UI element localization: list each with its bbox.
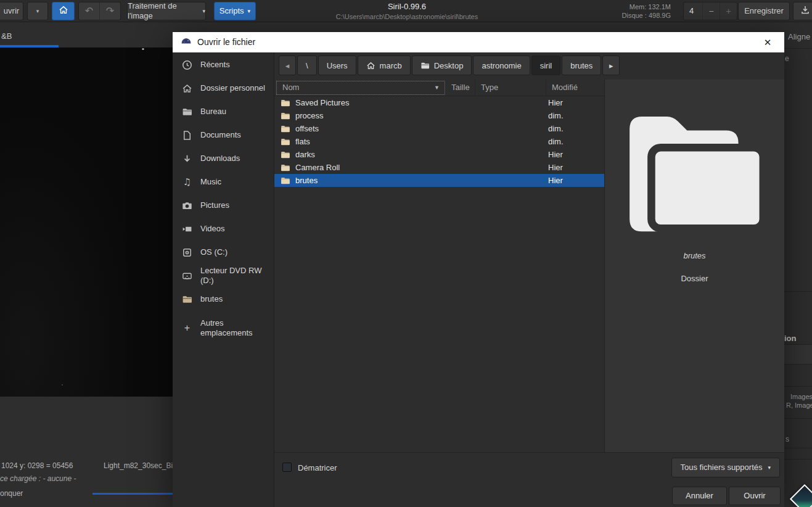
status-filename: Light_m82_30sec_Bin1_12 [104, 461, 173, 470]
places-sidebar: Récents Dossier personnel Bureau Documen… [173, 52, 274, 507]
preview-pane: brutes Dossier [604, 80, 784, 452]
scripts-menu-button[interactable]: Scripts▾ [214, 2, 256, 20]
app-title: Siril-0.99.6 [265, 2, 549, 12]
dialog-titlebar[interactable]: Ouvrir le fichier ✕ [173, 32, 784, 52]
file-list: Saved Pictures Hier process dim. offsets… [274, 96, 604, 187]
file-row-brutes-selected[interactable]: brutes Hier [274, 174, 604, 187]
tab-bw[interactable]: &B [1, 31, 12, 41]
star-dot [142, 48, 144, 50]
file-row-camera-roll[interactable]: Camera Roll Hier [274, 161, 604, 174]
file-row-flats[interactable]: flats dim. [274, 135, 604, 148]
sidebar-item-dvd-drive[interactable]: Lecteur DVD RW (D:) [173, 264, 274, 287]
tab-alignment[interactable]: Aligne [788, 32, 810, 42]
sort-descending-icon: ▼ [434, 84, 440, 91]
sidebar-item-recents[interactable]: Récents [173, 53, 274, 76]
column-header-name[interactable]: Nom ▼ [276, 81, 445, 95]
open-button[interactable]: uvrir [0, 2, 23, 20]
file-row-offsets[interactable]: offsets dim. [274, 122, 604, 135]
chevron-down-icon: ▾ [202, 8, 205, 15]
path-scroll-forward-button[interactable]: ▸ [602, 56, 620, 75]
divider [784, 448, 812, 448]
arrow-right-icon: ▸ [609, 61, 613, 70]
clock-icon [182, 60, 192, 70]
undo-button[interactable]: ↶ [78, 2, 100, 20]
status-sequence: ce chargée : - aucune - [0, 474, 76, 483]
path-segment-astronomie[interactable]: astronomie [473, 56, 530, 75]
sidebar-item-documents[interactable]: Documents [173, 123, 274, 147]
sidebar-item-home[interactable]: Dossier personnel [173, 76, 274, 100]
folder-icon [281, 150, 290, 160]
path-segment-users[interactable]: Users [318, 56, 356, 75]
right-panel-clipped: Aligne e ion Images b R, Images s [784, 22, 812, 507]
divider [784, 48, 812, 49]
video-camera-icon [182, 224, 192, 234]
increment-button[interactable]: + [720, 2, 737, 20]
camera-icon [182, 200, 192, 211]
dialog-body: Récents Dossier personnel Bureau Documen… [173, 52, 784, 507]
pathbar: ◂ \ Users marcb Desktop astronomie siril… [274, 56, 620, 76]
main-toolbar: uvrir ▾ ↶ ↷ Traitement de l'image▾ Scrip… [0, 0, 812, 22]
open-file-dialog: Ouvrir le fichier ✕ Récents Dossier pers… [173, 32, 784, 507]
decrement-button[interactable]: − [702, 2, 720, 20]
sidebar-item-downloads[interactable]: Downloads [173, 147, 274, 170]
hard-disk-icon [182, 247, 192, 258]
path-segment-brutes[interactable]: brutes [562, 56, 601, 75]
divider [784, 291, 812, 292]
folder-icon [281, 124, 290, 134]
divider [784, 418, 812, 419]
file-row-saved-pictures[interactable]: Saved Pictures Hier [274, 96, 604, 109]
folder-icon [281, 111, 290, 121]
document-icon [182, 130, 192, 141]
frames-spinbox[interactable]: 4 − + [683, 2, 737, 20]
file-list-header: Nom ▼ Taille Type Modifié [274, 80, 604, 96]
text-fragment: s [785, 435, 789, 443]
file-filter-dropdown[interactable]: Tous fichiers supportés ▾ [671, 458, 780, 477]
save-button[interactable]: Enregistrer [738, 2, 790, 20]
chevron-down-icon: ▾ [768, 464, 771, 471]
disk-label: Disque : 498.9G [589, 11, 671, 20]
file-browser: ◂ \ Users marcb Desktop astronomie siril… [274, 52, 604, 452]
frames-value: 4 [684, 2, 702, 20]
clipped-button[interactable] [784, 344, 812, 365]
home-button[interactable] [52, 2, 75, 20]
path-segment-root[interactable]: \ [297, 56, 317, 75]
sidebar-item-brutes[interactable]: brutes [173, 287, 274, 311]
column-header-type[interactable]: Type [475, 80, 546, 96]
cancel-button[interactable]: Annuler [672, 487, 727, 505]
sidebar-item-videos[interactable]: Videos [173, 217, 274, 241]
open-confirm-button[interactable]: Ouvrir [729, 487, 781, 505]
chevron-down-icon: ▾ [36, 8, 39, 15]
sidebar-item-pictures[interactable]: Pictures [173, 194, 274, 217]
debayer-checkbox[interactable] [282, 463, 292, 472]
optical-drive-icon [182, 271, 192, 281]
redo-icon: ↷ [106, 5, 114, 17]
window-title: Siril-0.99.6 C:\Users\marcb\Desktop\astr… [265, 2, 549, 21]
sidebar-item-other-locations[interactable]: + Autres emplacements [173, 316, 274, 340]
open-menu-caret-button[interactable]: ▾ [27, 2, 48, 20]
path-segment-desktop[interactable]: Desktop [412, 56, 472, 75]
text-fragment: e [785, 54, 789, 63]
file-row-process[interactable]: process dim. [274, 109, 604, 122]
path-segment-home[interactable]: marcb [358, 56, 411, 75]
music-notes-icon: ♫ [182, 177, 192, 188]
text-fragment: ion [784, 334, 797, 344]
redo-button[interactable]: ↷ [99, 2, 121, 20]
image-canvas[interactable] [0, 47, 173, 397]
path-segment-siril[interactable]: siril [531, 56, 561, 75]
image-processing-menu-button[interactable]: Traitement de l'image▾ [127, 2, 206, 20]
sidebar-item-music[interactable]: ♫ Music [173, 170, 274, 194]
sidebar-item-os-c[interactable]: OS (C:) [173, 241, 274, 264]
arrow-left-icon: ◂ [285, 61, 290, 70]
folder-icon [281, 98, 290, 108]
column-header-size[interactable]: Taille [445, 80, 475, 96]
preview-name: brutes [605, 251, 784, 261]
sidebar-item-desktop[interactable]: Bureau [173, 100, 274, 123]
path-scroll-back-button[interactable]: ◂ [279, 56, 296, 75]
memory-label: Mem: 132.1M [589, 2, 671, 11]
undo-icon: ↶ [85, 5, 93, 17]
file-row-darks[interactable]: darks Hier [274, 148, 604, 161]
close-icon[interactable]: ✕ [758, 37, 777, 48]
plus-icon: + [182, 323, 192, 334]
column-header-modified[interactable]: Modifié [546, 80, 604, 96]
save-as-button[interactable] [793, 2, 812, 20]
